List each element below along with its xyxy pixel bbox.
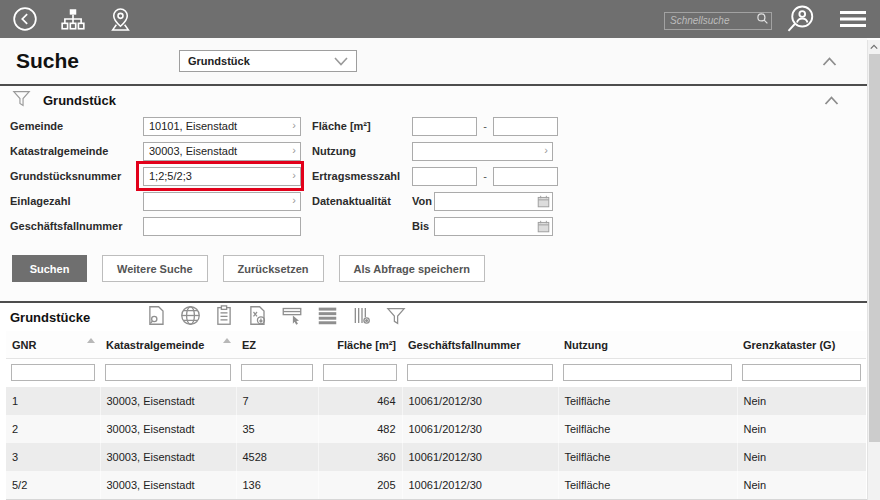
katastralgemeinde-input[interactable] <box>143 142 301 161</box>
dense-rows-icon[interactable] <box>317 305 338 330</box>
gemeinde-input[interactable] <box>143 117 301 136</box>
table-row[interactable]: 230003, Eisenstadt35 48210061/2012/30 Te… <box>6 415 866 443</box>
page-title: Suche <box>16 49 79 73</box>
clipboard-icon[interactable] <box>215 305 233 330</box>
chevron-down-icon <box>334 52 348 70</box>
filter-icon[interactable] <box>386 307 406 329</box>
column-header-ez[interactable]: EZ <box>236 331 318 359</box>
results-header: Grundstücke <box>0 303 867 331</box>
field-flaeche: Fläche [m²] - <box>312 116 558 136</box>
table-row[interactable]: 5/230003, Eisenstadt136 20510061/2012/30… <box>6 471 866 500</box>
datenaktualitaet-von-input[interactable] <box>434 192 553 211</box>
datenaktualitaet-bis-input[interactable] <box>434 217 553 236</box>
als-abfrage-speichern-button[interactable]: Als Abfrage speichern <box>339 255 485 282</box>
ertragsmesszahl-to-input[interactable] <box>493 167 558 186</box>
page-scrollbar[interactable] <box>867 40 880 500</box>
ertragsmesszahl-from-input[interactable] <box>412 167 477 186</box>
filter-panel: Grundstück Gemeinde › Katastralgemeinde <box>0 86 867 301</box>
filter-form-right: Fläche [m²] - Nutzung › Ertragsmesszahl … <box>312 116 558 241</box>
results-table: GNR Katastralgemeinde EZ Fläche [m²] Ges… <box>6 331 867 500</box>
collapse-filter-icon[interactable] <box>818 89 845 111</box>
column-header-geschaeftsfallnummer[interactable]: Geschäftsfallnummer <box>402 331 558 359</box>
table-row[interactable]: 330003, Eisenstadt4528 36010061/2012/30 … <box>6 443 866 471</box>
column-header-gnr[interactable]: GNR <box>6 331 100 359</box>
sort-asc-icon <box>87 338 95 343</box>
results-title: Grundstücke <box>10 310 90 325</box>
range-separator: - <box>477 170 493 182</box>
calendar-icon[interactable] <box>537 219 550 237</box>
field-ertragsmesszahl: Ertragsmesszahl - <box>312 166 558 186</box>
ertragsmesszahl-label: Ertragsmesszahl <box>312 170 412 182</box>
flaeche-to-input[interactable] <box>493 117 558 136</box>
suchen-button[interactable]: Suchen <box>12 255 87 282</box>
quick-search <box>664 10 772 28</box>
field-einlagezahl: Einlagezahl › <box>10 191 312 211</box>
table-row[interactable]: 130003, Eisenstadt7 46410061/2012/30 Tei… <box>6 387 866 415</box>
column-filter-row <box>6 359 866 387</box>
von-label: Von <box>412 195 430 207</box>
field-geschaeftsfallnummer: Geschäftsfallnummer <box>10 216 312 236</box>
nutzung-label: Nutzung <box>312 145 412 157</box>
funnel-icon <box>12 90 31 111</box>
grundstuecksnummer-label: Grundstücksnummer <box>10 170 143 182</box>
zuruecksetzen-button[interactable]: Zurücksetzen <box>223 255 324 282</box>
column-header-nutzung[interactable]: Nutzung <box>558 331 737 359</box>
geschaeftsfallnummer-input[interactable] <box>143 217 301 236</box>
column-header-flaeche[interactable]: Fläche [m²] <box>318 331 402 359</box>
ez-filter-input[interactable] <box>241 364 313 381</box>
filter-form: Gemeinde › Katastralgemeinde › Grundstüc… <box>0 112 867 241</box>
einlagezahl-label: Einlagezahl <box>10 195 143 207</box>
nutzung-filter-input[interactable] <box>563 364 732 381</box>
column-header-katastralgemeinde[interactable]: Katastralgemeinde <box>100 331 236 359</box>
field-datenaktualitaet-bis: Bis <box>312 216 558 236</box>
katastralgemeinde-label: Katastralgemeinde <box>10 145 143 157</box>
scrollbar-up-icon[interactable] <box>868 40 880 53</box>
geschaeftsfallnummer-label: Geschäftsfallnummer <box>10 220 143 232</box>
datenaktualitaet-label: Datenaktualität <box>312 195 412 207</box>
search-person-icon[interactable] <box>786 4 816 34</box>
back-icon[interactable] <box>12 6 38 32</box>
filter-form-left: Gemeinde › Katastralgemeinde › Grundstüc… <box>10 116 312 241</box>
column-header-grenzkataster[interactable]: Grenzkataster (G) <box>737 331 866 359</box>
menu-icon[interactable] <box>838 7 868 31</box>
gemeinde-label: Gemeinde <box>10 120 143 132</box>
field-katastralgemeinde: Katastralgemeinde › <box>10 141 312 161</box>
geschaeftsfallnummer-filter-input[interactable] <box>407 364 553 381</box>
top-bar <box>0 0 880 38</box>
nutzung-input[interactable] <box>412 142 553 161</box>
filter-buttons: Suchen Weitere Suche Zurücksetzen Als Ab… <box>0 241 867 299</box>
field-gemeinde: Gemeinde › <box>10 116 312 136</box>
search-header: Suche Grundstück <box>0 38 867 84</box>
flaeche-label: Fläche [m²] <box>312 120 412 132</box>
select-row-icon[interactable] <box>281 305 303 330</box>
einlagezahl-input[interactable] <box>143 192 301 211</box>
globe-icon[interactable] <box>180 305 201 330</box>
field-nutzung: Nutzung › <box>312 141 558 161</box>
field-datenaktualitaet-von: Datenaktualität Von <box>312 191 558 211</box>
scrollbar-thumb[interactable] <box>869 54 880 442</box>
location-pin-icon[interactable] <box>108 7 133 32</box>
sitemap-icon[interactable] <box>60 6 86 32</box>
filter-panel-title: Grundstück <box>43 93 116 108</box>
range-separator: - <box>477 120 493 132</box>
flaeche-from-input[interactable] <box>412 117 477 136</box>
collapse-search-icon[interactable] <box>816 50 843 72</box>
bis-label: Bis <box>412 220 430 232</box>
katastralgemeinde-filter-input[interactable] <box>105 364 231 381</box>
grenzkataster-filter-input[interactable] <box>742 364 861 381</box>
weitere-suche-button[interactable]: Weitere Suche <box>102 255 208 282</box>
calendar-icon[interactable] <box>537 194 550 212</box>
search-type-value: Grundstück <box>188 55 334 67</box>
search-type-select[interactable]: Grundstück <box>179 50 357 72</box>
flaeche-filter-input[interactable] <box>323 364 397 381</box>
document-preview-icon[interactable] <box>146 305 166 330</box>
table-header-row: GNR Katastralgemeinde EZ Fläche [m²] Ges… <box>6 331 866 359</box>
gnr-filter-input[interactable] <box>11 364 95 381</box>
filter-panel-header: Grundstück <box>0 86 867 112</box>
sort-asc-icon <box>223 338 231 343</box>
export-file-icon[interactable] <box>247 305 267 330</box>
search-icon[interactable] <box>756 12 769 25</box>
results-toolbar <box>146 305 406 330</box>
grundstuecksnummer-input[interactable] <box>143 167 301 186</box>
column-settings-icon[interactable] <box>352 305 372 330</box>
